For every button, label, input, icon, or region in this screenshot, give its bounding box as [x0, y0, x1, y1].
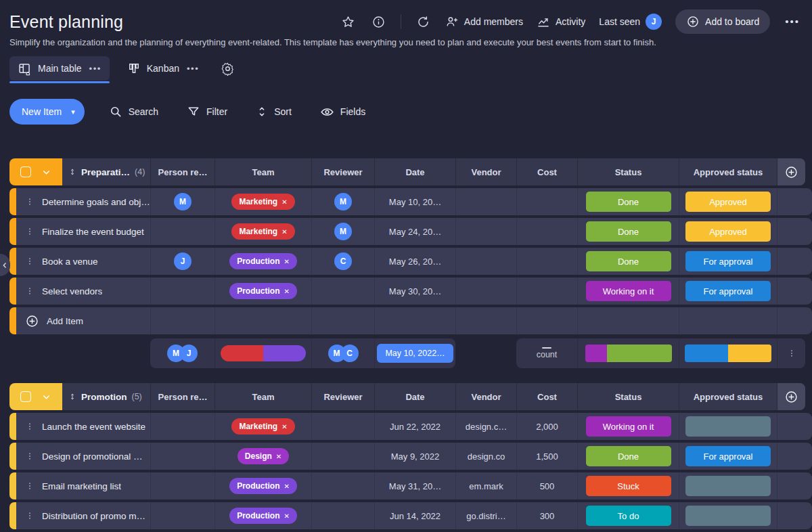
search-button[interactable]: Search — [105, 104, 162, 119]
team-tag[interactable]: Production✕ — [229, 478, 297, 494]
cell-approved[interactable] — [679, 472, 777, 500]
group-color-block[interactable] — [9, 383, 62, 410]
column-header-vendor[interactable]: Vendor — [455, 383, 516, 410]
team-tag[interactable]: Marketing✕ — [231, 194, 294, 210]
approved-status-label[interactable]: For approval — [685, 281, 771, 301]
row-menu-kebab-icon[interactable] — [25, 450, 35, 462]
tab-main-table-menu-icon[interactable]: ••• — [89, 64, 102, 74]
add-to-board-button[interactable]: Add to board — [675, 9, 770, 34]
tab-kanban-menu-icon[interactable]: ••• — [187, 64, 199, 74]
cell-person[interactable] — [150, 502, 215, 529]
cell-vendor[interactable] — [455, 218, 516, 245]
cell-date[interactable]: Jun 22, 2022 — [374, 413, 455, 440]
row-menu-kebab-icon[interactable] — [25, 255, 35, 267]
column-header-cost[interactable]: Cost — [516, 383, 577, 410]
cell-team[interactable]: Production✕ — [215, 248, 311, 275]
info-icon[interactable] — [370, 14, 387, 30]
cell-vendor[interactable]: go.distri… — [455, 502, 516, 529]
cell-cost[interactable] — [516, 188, 577, 215]
integrations-sync-icon[interactable] — [415, 14, 432, 30]
column-header-approved[interactable]: Approved status — [679, 158, 777, 185]
date-range-chip[interactable]: May 10, 2022… — [377, 344, 453, 363]
status-label[interactable]: Done — [586, 251, 671, 271]
cell-vendor[interactable]: design.c… — [455, 413, 516, 440]
activity-button[interactable]: Activity — [537, 15, 585, 28]
column-header-reviewer[interactable]: Reviewer — [311, 383, 374, 410]
team-tag-remove-icon[interactable]: ✕ — [284, 512, 289, 520]
avatar[interactable]: J — [174, 252, 191, 270]
avatar[interactable]: M — [334, 193, 352, 210]
avatar[interactable]: C — [334, 252, 352, 270]
cell-person[interactable] — [150, 278, 215, 305]
cell-team[interactable]: Production✕ — [215, 278, 311, 305]
approved-status-label[interactable]: Approved — [685, 192, 771, 212]
group-color-block[interactable] — [9, 158, 62, 185]
summary-person-cell[interactable]: MJ — [150, 338, 215, 368]
cell-cost[interactable]: 2,000 — [516, 413, 577, 440]
summary-menu-cell[interactable] — [777, 338, 805, 368]
team-tag-remove-icon[interactable]: ✕ — [281, 228, 287, 236]
cell-reviewer[interactable]: M — [311, 218, 374, 245]
add-item-button[interactable]: Add Item — [16, 307, 150, 334]
cell-date[interactable]: May 9, 2022 — [374, 443, 455, 470]
avatar[interactable]: M — [334, 223, 352, 240]
views-settings-gear-icon[interactable] — [221, 62, 235, 76]
cell-status[interactable]: Done — [577, 188, 679, 215]
new-item-button[interactable]: New Item ▾ — [9, 99, 85, 125]
group-title-cell[interactable]: Promotion(5) — [62, 383, 150, 410]
status-label[interactable]: To do — [586, 506, 671, 526]
item-name-cell[interactable]: Launch the event website — [16, 413, 150, 440]
cell-date[interactable]: May 24, 20… — [374, 218, 455, 245]
cell-status[interactable]: Working on it — [577, 413, 679, 440]
column-header-team[interactable]: Team — [215, 158, 311, 185]
cell-date[interactable]: May 26, 20… — [374, 248, 455, 275]
cell-reviewer[interactable]: M — [311, 188, 374, 215]
cell-approved[interactable]: For approval — [679, 248, 777, 275]
team-tag-remove-icon[interactable]: ✕ — [284, 483, 289, 490]
cell-cost[interactable]: 1,500 — [516, 443, 577, 470]
cell-vendor[interactable] — [455, 188, 516, 215]
last-seen-avatar[interactable]: J — [646, 14, 662, 30]
approved-status-label[interactable]: Approved — [685, 221, 771, 242]
cell-vendor[interactable]: em.mark — [455, 472, 516, 500]
add-column-button[interactable] — [777, 383, 805, 410]
cell-cost[interactable] — [516, 278, 577, 305]
board-more-menu-icon[interactable]: ••• — [784, 17, 801, 26]
team-tag[interactable]: Design✕ — [238, 448, 289, 464]
item-name-cell[interactable]: Determine goals and obj… — [16, 188, 150, 215]
column-header-person[interactable]: Person re… — [150, 383, 215, 410]
group-drag-handle-icon[interactable] — [68, 167, 76, 177]
item-name-cell[interactable]: Email marketing list — [16, 472, 150, 500]
cell-reviewer[interactable] — [311, 472, 374, 500]
cell-status[interactable]: Done — [577, 443, 679, 470]
team-tag[interactable]: Production✕ — [229, 508, 297, 524]
cell-cost[interactable] — [516, 248, 577, 275]
approved-status-label[interactable]: For approval — [685, 251, 771, 271]
cell-person[interactable] — [150, 218, 215, 245]
cell-status[interactable]: Stuck — [577, 472, 679, 500]
cell-cost[interactable] — [516, 218, 577, 245]
collapse-panel-toggle[interactable] — [0, 254, 10, 276]
cell-approved[interactable] — [679, 502, 777, 529]
row-menu-kebab-icon[interactable] — [25, 225, 35, 238]
item-name-cell[interactable]: Distribution of promo m… — [16, 502, 150, 529]
summary-cost-cell[interactable]: count — [516, 338, 577, 368]
sort-button[interactable]: Sort — [252, 104, 296, 119]
summary-date-cell[interactable]: May 10, 2022… — [374, 338, 455, 368]
column-header-date[interactable]: Date — [374, 383, 455, 410]
approved-status-label[interactable] — [685, 476, 771, 496]
filter-button[interactable]: Filter — [183, 104, 231, 119]
item-name-cell[interactable]: Select vendors — [16, 278, 150, 305]
avatar[interactable]: M — [174, 193, 191, 210]
avatar[interactable]: C — [341, 345, 359, 362]
cell-approved[interactable]: For approval — [679, 278, 777, 305]
group-title-cell[interactable]: Preparati…(4) — [62, 158, 150, 185]
cell-date[interactable]: May 30, 20… — [374, 278, 455, 305]
team-tag-remove-icon[interactable]: ✕ — [284, 258, 289, 265]
cell-cost[interactable]: 300 — [516, 502, 577, 529]
cell-team[interactable]: Marketing✕ — [215, 188, 311, 215]
summary-team-cell[interactable] — [215, 338, 311, 368]
row-menu-kebab-icon[interactable] — [25, 510, 35, 522]
item-name-cell[interactable]: Finalize the event budget — [16, 218, 150, 245]
favorite-star-icon[interactable] — [340, 14, 357, 30]
